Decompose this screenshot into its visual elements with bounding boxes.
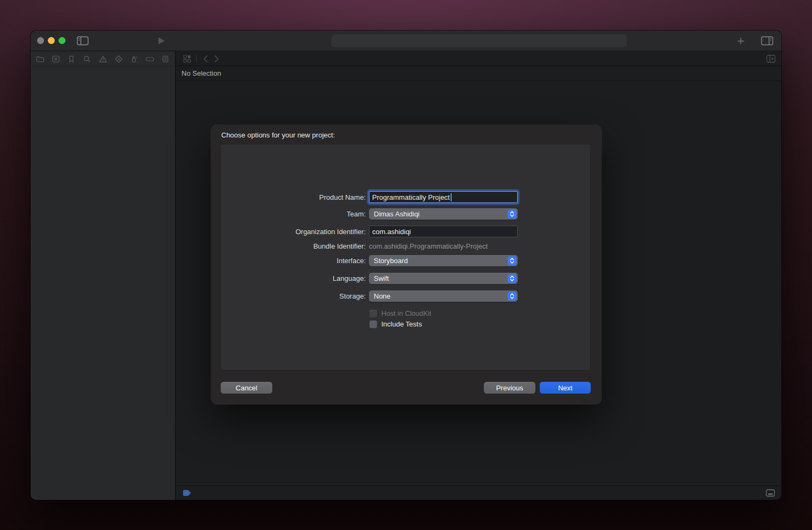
text-caret	[451, 193, 452, 201]
form-row-interface: Interface: Storyboard	[221, 255, 590, 266]
product-name-input[interactable]: Programmatically Project	[369, 191, 518, 203]
report-icon[interactable]	[159, 53, 172, 66]
include-tests-label: Include Tests	[381, 320, 422, 328]
bottom-bar-toggle-icon[interactable]	[766, 489, 775, 497]
interface-label: Interface:	[221, 257, 366, 265]
plus-icon[interactable]	[736, 37, 745, 45]
search-icon[interactable]	[81, 53, 93, 66]
spray-icon[interactable]	[128, 53, 141, 66]
breakpoint-icon[interactable]	[183, 490, 192, 496]
bundle-identifier-label: Bundle Identifier:	[221, 242, 366, 250]
language-label: Language:	[221, 274, 366, 282]
sidebar-toggle-icon[interactable]	[77, 36, 89, 46]
form-row-storage: Storage: None	[221, 291, 590, 302]
folder-icon[interactable]	[34, 53, 47, 66]
bookmark-icon[interactable]	[65, 53, 78, 66]
host-in-cloudkit-label: Host in CloudKit	[381, 309, 431, 317]
forward-icon[interactable]	[211, 53, 222, 64]
team-value: Dimas Ashidiqi	[374, 210, 419, 218]
minimize-window-button[interactable]	[48, 37, 55, 44]
interface-value: Storyboard	[374, 257, 408, 265]
bundle-identifier-value: com.ashidiqi.Programmatically-Project	[369, 242, 488, 250]
host-in-cloudkit-checkbox[interactable]	[369, 310, 377, 317]
add-editor-icon[interactable]	[765, 53, 776, 64]
no-selection-label: No Selection	[182, 69, 221, 77]
zoom-window-button[interactable]	[59, 37, 66, 44]
editor-bottom-bar	[176, 485, 781, 500]
include-tests-checkbox[interactable]	[369, 321, 377, 328]
test-diamond-icon[interactable]	[112, 53, 125, 66]
jump-bar-divider	[196, 55, 197, 62]
form-row-language: Language: Swift	[221, 273, 590, 284]
xcode-window: No Selection Choose options for your new…	[31, 31, 781, 500]
navigator-sidebar	[31, 52, 176, 500]
inspector-toggle-icon[interactable]	[761, 36, 773, 46]
form-row-bundle-identifier: Bundle Identifier: com.ashidiqi.Programm…	[221, 242, 590, 250]
language-popup[interactable]: Swift	[369, 273, 518, 284]
organization-identifier-value: com.ashidiqi	[372, 228, 411, 236]
form-row-organization-identifier: Organization Identifier: com.ashidiqi	[221, 226, 590, 237]
organization-identifier-label: Organization Identifier:	[221, 228, 366, 236]
options-form: Product Name: Programmatically Project T…	[221, 191, 590, 328]
close-window-button[interactable]	[37, 37, 44, 44]
storage-label: Storage:	[221, 292, 366, 300]
language-value: Swift	[374, 274, 389, 282]
popup-stepper-icon	[508, 274, 517, 283]
form-row-team: Team: Dimas Ashidiqi	[221, 208, 590, 220]
run-icon[interactable]	[156, 36, 166, 46]
form-row-include-tests: Include Tests	[221, 320, 590, 328]
form-row-host-in-cloudkit: Host in CloudKit	[221, 309, 590, 317]
toolbar-status-field	[331, 34, 627, 47]
dialog-title: Choose options for your new project:	[221, 131, 335, 139]
capsule-icon[interactable]	[143, 53, 156, 66]
back-icon[interactable]	[200, 53, 211, 64]
cancel-button[interactable]: Cancel	[221, 382, 272, 394]
navigator-tab-bar	[31, 52, 175, 67]
options-panel: Product Name: Programmatically Project T…	[220, 144, 591, 371]
new-project-options-dialog: Choose options for your new project: Pro…	[211, 125, 601, 404]
product-name-value: Programmatically Project	[372, 193, 450, 201]
team-label: Team:	[221, 210, 366, 218]
previous-button[interactable]: Previous	[484, 382, 535, 394]
product-name-label: Product Name:	[221, 193, 366, 201]
warning-icon[interactable]	[97, 53, 110, 66]
interface-popup[interactable]: Storyboard	[369, 255, 518, 266]
x-square-icon[interactable]	[49, 53, 62, 66]
selection-status-bar: No Selection	[176, 66, 781, 81]
organization-identifier-input[interactable]: com.ashidiqi	[369, 226, 518, 237]
titlebar	[31, 31, 781, 51]
storage-popup[interactable]: None	[369, 291, 518, 302]
window-controls	[37, 37, 66, 44]
grid-icon[interactable]	[182, 53, 192, 64]
popup-stepper-icon	[508, 209, 517, 219]
next-button[interactable]: Next	[540, 382, 591, 394]
popup-stepper-icon	[508, 292, 517, 301]
team-popup[interactable]: Dimas Ashidiqi	[369, 208, 518, 220]
popup-stepper-icon	[508, 256, 517, 265]
form-row-product-name: Product Name: Programmatically Project	[221, 191, 590, 203]
editor-jump-bar	[176, 52, 781, 66]
storage-value: None	[374, 292, 390, 300]
